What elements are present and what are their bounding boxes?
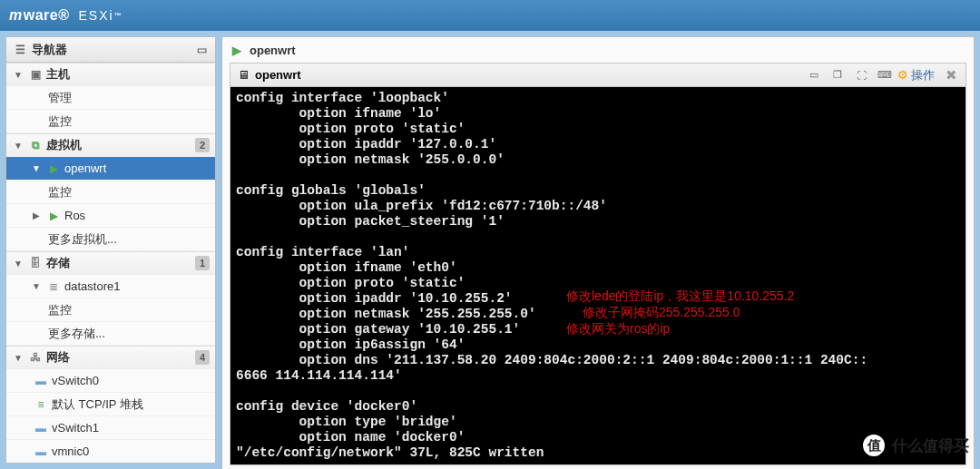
- nav-storage-monitor[interactable]: 监控: [6, 298, 215, 322]
- watermark-icon: 值: [861, 433, 887, 458]
- nav-network[interactable]: ▼ 🖧 网络 4: [6, 346, 215, 369]
- vm-icon: ⧉: [28, 138, 43, 152]
- storage-icon: 🗄: [28, 256, 43, 270]
- brand-rest: ware: [24, 7, 58, 24]
- nav-vm-more[interactable]: 更多虚拟机...: [6, 228, 215, 251]
- vm-running-icon: ▶: [230, 43, 244, 57]
- console-close-icon[interactable]: ✖: [944, 68, 958, 83]
- expander-icon[interactable]: ▼: [30, 281, 43, 291]
- expander-icon[interactable]: ▼: [12, 353, 24, 363]
- console-dock-icon[interactable]: ▭: [807, 68, 821, 83]
- annotation: 修改网关为ros的ip: [566, 321, 670, 337]
- console-action-label: 操作: [911, 67, 935, 83]
- nav-vm-ros[interactable]: ▶ ▶ Ros: [6, 204, 215, 228]
- expander-icon[interactable]: ▼: [12, 141, 24, 151]
- console-title: openwrt: [255, 68, 301, 82]
- nav-network-badge: 4: [195, 350, 210, 365]
- nav-vm-monitor[interactable]: 监控: [6, 181, 215, 204]
- vswitch-icon: ▬: [34, 374, 48, 388]
- nav-storage-label: 存储: [46, 255, 195, 271]
- vm-running-icon: ▶: [46, 209, 61, 223]
- console-keyboard-icon[interactable]: ⌨: [877, 68, 892, 83]
- navigator-panel: ☰ 导航器 ▭ ▼ ▣ 主机 管理 监控 ▼: [5, 36, 216, 464]
- console-action-menu[interactable]: ⚙ 操作: [897, 67, 935, 83]
- console-frame: 🖥 openwrt ▭ ❐ ⛶ ⌨ ⚙ 操作 ✖ config interfac…: [230, 63, 966, 465]
- watermark-text: 什么值得买: [892, 435, 969, 456]
- expander-icon[interactable]: ▼: [12, 70, 24, 80]
- host-icon: ▣: [28, 67, 43, 82]
- nav-storage-badge: 1: [195, 256, 210, 270]
- datastore-icon: ≣: [46, 279, 61, 294]
- vmnic-icon: ▬: [34, 445, 48, 459]
- nav-host-monitor[interactable]: 监控: [6, 110, 215, 133]
- breadcrumb-label: openwrt: [250, 44, 296, 57]
- console-window-icon[interactable]: ❐: [830, 68, 845, 83]
- nav-vm-badge: 2: [195, 138, 210, 152]
- brand-tm: ™: [114, 12, 122, 20]
- nav-net-vswitch0[interactable]: ▬vSwitch0: [6, 369, 215, 393]
- vm-running-icon: ▶: [46, 161, 61, 176]
- annotation: 修改子网掩码255.255.255.0: [583, 305, 740, 320]
- nav-storage-more[interactable]: 更多存储...: [6, 322, 215, 346]
- nav-host-manage[interactable]: 管理: [6, 86, 215, 110]
- navigator-header: ☰ 导航器 ▭: [6, 37, 215, 63]
- brand-product: ESXi: [79, 8, 114, 23]
- navigator-collapse-icon[interactable]: ▭: [195, 44, 208, 56]
- main-panel: ▶ openwrt 🖥 openwrt ▭ ❐ ⛶ ⌨ ⚙ 操作 ✖: [221, 36, 975, 469]
- expander-icon[interactable]: ▼: [12, 259, 24, 269]
- console-fullscreen-icon[interactable]: ⛶: [854, 68, 868, 83]
- nav-net-vmnic0[interactable]: ▬vmnic0: [6, 440, 215, 463]
- nav-storage[interactable]: ▼ 🗄 存储 1: [6, 251, 215, 275]
- nav-net-tcpip[interactable]: ≡默认 TCP/IP 堆栈: [6, 393, 215, 416]
- tcpip-icon: ≡: [34, 397, 48, 412]
- nav-network-label: 网络: [46, 349, 195, 366]
- watermark: 值 什么值得买: [861, 433, 969, 458]
- brand-m: m: [9, 7, 23, 24]
- navigator-icon: ☰: [14, 44, 26, 56]
- nav-storage-ds1[interactable]: ▼ ≣ datastore1: [6, 275, 215, 298]
- network-icon: 🖧: [28, 350, 43, 365]
- nav-vm-label: 虚拟机: [46, 137, 195, 153]
- top-bar: mware® ESXi™: [0, 0, 980, 31]
- nav-vm-openwrt[interactable]: ▼ ▶ openwrt: [6, 157, 215, 181]
- console-header: 🖥 openwrt ▭ ❐ ⛶ ⌨ ⚙ 操作 ✖: [230, 64, 965, 87]
- console-icon: 🖥: [238, 68, 250, 82]
- terminal-output[interactable]: config interface 'loopback' option ifnam…: [230, 87, 965, 464]
- vswitch-icon: ▬: [34, 421, 48, 435]
- annotation: 修改lede的登陆ip，我这里是10.10.255.2: [566, 288, 794, 304]
- nav-net-vswitch1[interactable]: ▬vSwitch1: [6, 416, 215, 440]
- nav-vm[interactable]: ▼ ⧉ 虚拟机 2: [6, 133, 215, 157]
- breadcrumb: ▶ openwrt: [222, 37, 974, 63]
- expander-icon[interactable]: ▼: [30, 163, 43, 173]
- brand-reg: ®: [58, 7, 69, 24]
- navigator-title: 导航器: [32, 42, 67, 58]
- nav-host[interactable]: ▼ ▣ 主机: [6, 63, 215, 86]
- expander-icon[interactable]: ▶: [30, 210, 43, 220]
- gear-icon: ⚙: [897, 68, 908, 82]
- nav-host-label: 主机: [46, 66, 215, 83]
